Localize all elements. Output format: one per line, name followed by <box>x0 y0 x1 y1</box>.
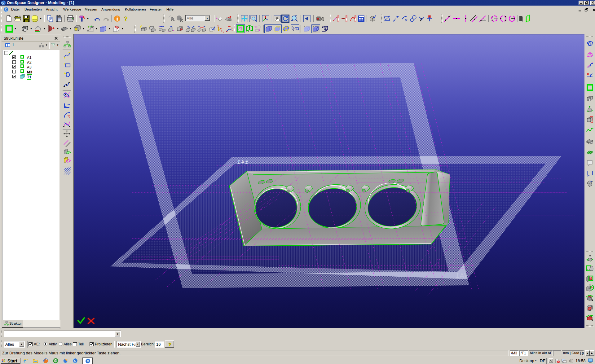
svg-text:ULN: ULN <box>296 28 299 30</box>
svg-text:A➜B: A➜B <box>158 25 164 28</box>
svg-text:/A1: /A1 <box>456 272 466 279</box>
svg-text:x: x <box>231 27 233 29</box>
svg-text:A: A <box>198 25 200 28</box>
svg-text:x: x <box>223 31 224 33</box>
svg-text:E41: E41 <box>236 159 249 165</box>
svg-text:HS: HS <box>55 360 57 362</box>
svg-text:2: 2 <box>88 26 90 29</box>
svg-text:B: B <box>204 25 205 28</box>
svg-text:Y: Y <box>217 25 219 27</box>
svg-text:?: ? <box>124 15 128 22</box>
